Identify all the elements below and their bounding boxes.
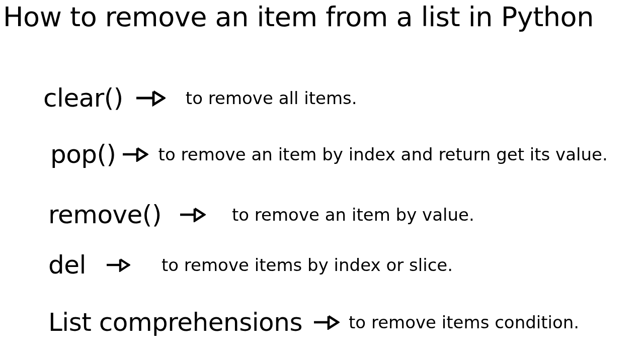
- method-row-list-comprehensions: List comprehensions to remove items cond…: [48, 308, 579, 337]
- slide-title: How to remove an item from a list in Pyt…: [3, 1, 594, 33]
- method-term: clear(): [43, 83, 123, 113]
- method-term: del: [48, 250, 86, 280]
- method-term: List comprehensions: [48, 308, 302, 337]
- method-desc: to remove an item by index and return ge…: [158, 144, 608, 164]
- arrow-right-icon: [179, 207, 206, 222]
- method-row-del: del to remove items by index or slice.: [48, 250, 453, 280]
- method-desc: to remove items condition.: [349, 312, 579, 332]
- method-row-remove: remove() to remove an item by value.: [48, 200, 474, 229]
- method-row-pop: pop() to remove an item by index and ret…: [50, 140, 608, 169]
- method-term: pop(): [50, 140, 116, 169]
- arrow-right-icon: [312, 315, 340, 330]
- method-desc: to remove items by index or slice.: [162, 255, 453, 275]
- arrow-right-icon: [105, 258, 130, 272]
- arrow-right-icon: [121, 147, 148, 162]
- method-term: remove(): [48, 200, 162, 229]
- method-row-clear: clear() to remove all items.: [43, 83, 357, 113]
- arrow-right-icon: [134, 89, 166, 107]
- slide-canvas: How to remove an item from a list in Pyt…: [0, 0, 644, 362]
- method-desc: to remove an item by value.: [232, 205, 474, 225]
- method-desc: to remove all items.: [186, 88, 357, 108]
